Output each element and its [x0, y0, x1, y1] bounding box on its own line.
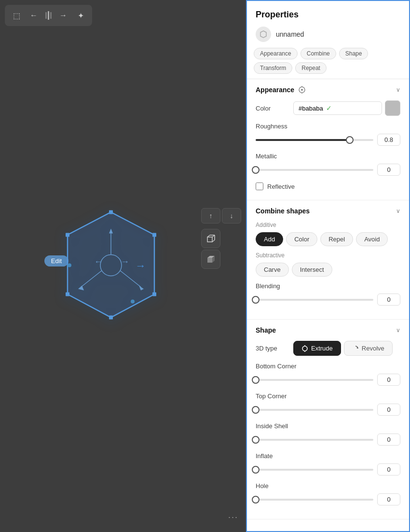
bottom-corner-thumb[interactable]: [252, 376, 260, 384]
blending-slider[interactable]: [256, 299, 373, 301]
appearance-title: Appearance: [256, 86, 294, 94]
inside-shell-thumb[interactable]: [252, 436, 260, 444]
svg-rect-18: [207, 237, 212, 242]
inside-shell-row: Inside Shell: [256, 422, 400, 446]
tab-appearance[interactable]: Appearance: [254, 48, 298, 59]
intersect-button[interactable]: Intersect: [292, 263, 332, 277]
metallic-row: Metallic: [256, 153, 400, 176]
inside-shell-slider-group: [256, 434, 400, 446]
type-row: 3D type Extrude Revolve: [256, 341, 400, 356]
hole-value-input[interactable]: [377, 493, 400, 505]
combine-title: Combine shapes: [256, 207, 310, 215]
extrude-button[interactable]: Extrude: [293, 341, 341, 356]
blending-value-input[interactable]: [377, 294, 400, 306]
star-button[interactable]: ✦: [73, 8, 88, 23]
tab-transform[interactable]: Transform: [254, 62, 292, 74]
bottom-corner-slider[interactable]: [256, 379, 373, 381]
revolve-button[interactable]: Revolve: [344, 341, 393, 356]
inflate-thumb[interactable]: [252, 466, 260, 474]
svg-rect-13: [66, 233, 69, 237]
move-up-button[interactable]: ↑: [201, 208, 220, 224]
metallic-thumb[interactable]: [252, 166, 260, 174]
tab-shape[interactable]: Shape: [339, 48, 369, 59]
inflate-value-input[interactable]: [377, 463, 400, 476]
bottom-corner-label: Bottom Corner: [256, 363, 400, 370]
hole-slider-group: [256, 493, 400, 505]
subtractive-label: Subtractive: [256, 252, 400, 259]
hex-shape-svg: ← →: [58, 208, 164, 323]
object-name-label: unnamed: [276, 30, 304, 38]
more-options-button[interactable]: ···: [228, 512, 238, 522]
select-tool-button[interactable]: ⬚: [9, 8, 24, 23]
metallic-value-input[interactable]: [377, 164, 400, 176]
revolve-label: Revolve: [362, 345, 384, 352]
canvas-side-controls: ↑ ↓: [201, 208, 241, 269]
svg-text:→: →: [121, 257, 129, 266]
cube-outline-icon: [206, 234, 216, 243]
add-button[interactable]: Add: [256, 232, 283, 246]
repel-button[interactable]: Repel: [320, 232, 353, 246]
prev-button[interactable]: ←: [26, 8, 41, 23]
metallic-slider[interactable]: [256, 169, 373, 171]
roughness-fill: [256, 139, 350, 141]
combine-chevron-icon: ∨: [396, 208, 400, 214]
inflate-label: Inflate: [256, 452, 400, 460]
roughness-value-input[interactable]: [377, 134, 400, 146]
shape-section-header[interactable]: Shape ∨: [256, 326, 400, 334]
tab-bar: Appearance Combine Shape Transform Repea…: [247, 48, 409, 79]
inside-shell-value-input[interactable]: [377, 434, 400, 446]
hole-thumb[interactable]: [252, 496, 260, 504]
svg-point-29: [301, 89, 303, 91]
color-hex-box[interactable]: #bababa ✓: [293, 101, 382, 115]
object-icon: [256, 27, 271, 42]
reflective-checkbox[interactable]: [256, 182, 263, 190]
roughness-slider[interactable]: [256, 139, 373, 141]
inside-shell-slider[interactable]: [256, 439, 373, 441]
inside-shell-label: Inside Shell: [256, 422, 400, 430]
svg-point-32: [302, 346, 307, 351]
view-3d-button[interactable]: [201, 229, 220, 248]
bottom-corner-value-input[interactable]: [377, 374, 400, 386]
svg-rect-12: [66, 293, 69, 296]
tab-repeat[interactable]: Repeat: [295, 62, 327, 74]
metallic-label: Metallic: [256, 153, 400, 160]
top-corner-slider[interactable]: [256, 409, 373, 411]
roughness-thumb[interactable]: [346, 136, 354, 144]
svg-rect-11: [109, 316, 113, 320]
shape-section: Shape ∨ 3D type Extrude: [247, 320, 409, 519]
hole-slider[interactable]: [256, 499, 373, 501]
tab-combine[interactable]: Combine: [301, 48, 336, 59]
top-corner-value-input[interactable]: [377, 404, 400, 416]
blending-thumb[interactable]: [252, 296, 260, 304]
blending-row: Blending: [256, 282, 400, 306]
object-name-row: unnamed: [247, 25, 409, 48]
next-button[interactable]: →: [55, 8, 71, 23]
hex-shape-container: ← →: [58, 208, 164, 325]
inflate-slider-group: [256, 463, 400, 476]
color-swatch[interactable]: [385, 100, 400, 116]
svg-rect-9: [152, 233, 156, 237]
history-steps-button[interactable]: [43, 8, 54, 23]
top-toolbar: ⬚ ← → ✦: [5, 5, 92, 26]
svg-rect-8: [109, 210, 113, 214]
additive-label: Additive: [256, 222, 400, 228]
combine-section-header[interactable]: Combine shapes ∨: [256, 207, 400, 215]
appearance-section-header[interactable]: Appearance ∨: [256, 86, 400, 94]
color-label: Color: [256, 105, 289, 112]
top-corner-thumb[interactable]: [252, 406, 260, 414]
color-button[interactable]: Color: [286, 232, 317, 246]
top-corner-label: Top Corner: [256, 392, 400, 400]
hole-row: Hole: [256, 482, 400, 505]
svg-text:←: ←: [94, 257, 103, 266]
appearance-settings-icon: [298, 86, 306, 94]
view-solid-button[interactable]: [201, 250, 220, 269]
solid-cube-icon: [206, 254, 216, 264]
combine-shapes-section: Combine shapes ∨ Additive Add Color Repe…: [247, 200, 409, 320]
metallic-slider-group: [256, 164, 400, 176]
avoid-button[interactable]: Avoid: [356, 232, 388, 246]
move-down-button[interactable]: ↓: [222, 208, 241, 224]
inflate-slider[interactable]: [256, 469, 373, 471]
extrude-label: Extrude: [311, 345, 333, 352]
color-row: Color #bababa ✓: [256, 100, 400, 116]
carve-button[interactable]: Carve: [256, 263, 289, 277]
